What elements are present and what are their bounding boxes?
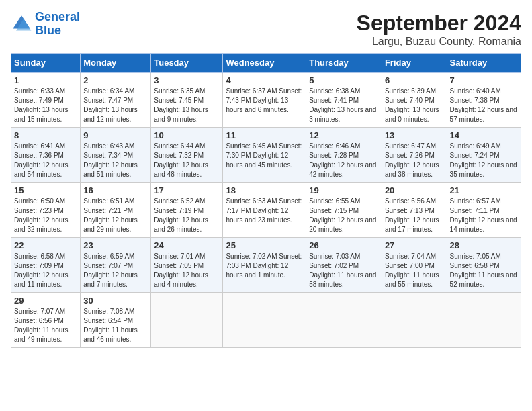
calendar-cell: 20Sunrise: 6:56 AM Sunset: 7:13 PM Dayli… (382, 183, 447, 238)
calendar-cell: 15Sunrise: 6:50 AM Sunset: 7:23 PM Dayli… (11, 183, 81, 238)
day-info: Sunrise: 6:41 AM Sunset: 7:36 PM Dayligh… (14, 142, 77, 179)
calendar-cell: 5Sunrise: 6:38 AM Sunset: 7:41 PM Daylig… (306, 73, 382, 128)
calendar-cell: 6Sunrise: 6:39 AM Sunset: 7:40 PM Daylig… (382, 73, 447, 128)
day-info: Sunrise: 7:07 AM Sunset: 6:56 PM Dayligh… (14, 307, 77, 345)
day-number: 11 (226, 130, 303, 140)
day-info: Sunrise: 6:56 AM Sunset: 7:13 PM Dayligh… (385, 197, 444, 234)
day-number: 13 (385, 130, 444, 140)
day-number: 10 (154, 130, 220, 140)
day-info: Sunrise: 7:05 AM Sunset: 6:58 PM Dayligh… (450, 252, 518, 289)
day-number: 29 (14, 295, 77, 306)
calendar-cell: 24Sunrise: 7:01 AM Sunset: 7:05 PM Dayli… (151, 238, 223, 293)
calendar-header-row: SundayMondayTuesdayWednesdayThursdayFrid… (11, 54, 521, 73)
calendar-cell: 10Sunrise: 6:44 AM Sunset: 7:32 PM Dayli… (151, 128, 223, 183)
calendar-body: 1Sunrise: 6:33 AM Sunset: 7:49 PM Daylig… (11, 73, 521, 348)
day-info: Sunrise: 6:50 AM Sunset: 7:23 PM Dayligh… (14, 197, 77, 234)
day-number: 25 (226, 240, 303, 250)
day-number: 26 (309, 240, 379, 250)
calendar-cell: 9Sunrise: 6:43 AM Sunset: 7:34 PM Daylig… (81, 128, 151, 183)
calendar-cell: 28Sunrise: 7:05 AM Sunset: 6:58 PM Dayli… (447, 238, 521, 293)
calendar-header-monday: Monday (81, 54, 151, 73)
calendar-cell (151, 293, 223, 348)
day-info: Sunrise: 6:39 AM Sunset: 7:40 PM Dayligh… (385, 87, 444, 124)
calendar-cell: 18Sunrise: 6:53 AM Sunset: 7:17 PM Dayli… (223, 183, 306, 238)
day-number: 12 (309, 130, 379, 140)
page-title: September 2024 (357, 11, 521, 36)
day-info: Sunrise: 6:47 AM Sunset: 7:26 PM Dayligh… (385, 142, 444, 179)
day-info: Sunrise: 6:37 AM Sunset: 7:43 PM Dayligh… (226, 87, 303, 115)
calendar-cell (306, 293, 382, 348)
calendar-cell: 2Sunrise: 6:34 AM Sunset: 7:47 PM Daylig… (81, 73, 151, 128)
calendar-cell: 14Sunrise: 6:49 AM Sunset: 7:24 PM Dayli… (447, 128, 521, 183)
calendar-cell: 19Sunrise: 6:55 AM Sunset: 7:15 PM Dayli… (306, 183, 382, 238)
calendar-week-4: 22Sunrise: 6:58 AM Sunset: 7:09 PM Dayli… (11, 238, 521, 293)
day-number: 27 (385, 240, 444, 250)
day-info: Sunrise: 6:44 AM Sunset: 7:32 PM Dayligh… (154, 142, 220, 179)
calendar-header-saturday: Saturday (447, 54, 521, 73)
calendar-cell: 11Sunrise: 6:45 AM Sunset: 7:30 PM Dayli… (223, 128, 306, 183)
calendar-cell: 27Sunrise: 7:04 AM Sunset: 7:00 PM Dayli… (382, 238, 447, 293)
calendar-cell (223, 293, 306, 348)
day-number: 30 (83, 295, 148, 306)
day-number: 9 (83, 130, 148, 140)
day-info: Sunrise: 6:52 AM Sunset: 7:19 PM Dayligh… (154, 197, 220, 234)
logo-line1: General (35, 10, 80, 24)
day-info: Sunrise: 6:57 AM Sunset: 7:11 PM Dayligh… (450, 197, 518, 234)
page-header: General Blue September 2024 Largu, Buzau… (11, 11, 521, 48)
calendar-cell: 13Sunrise: 6:47 AM Sunset: 7:26 PM Dayli… (382, 128, 447, 183)
calendar-cell: 23Sunrise: 6:59 AM Sunset: 7:07 PM Dayli… (81, 238, 151, 293)
calendar-header-tuesday: Tuesday (151, 54, 223, 73)
day-info: Sunrise: 7:02 AM Sunset: 7:03 PM Dayligh… (226, 252, 303, 280)
day-number: 24 (154, 240, 220, 250)
calendar-cell (382, 293, 447, 348)
day-info: Sunrise: 6:49 AM Sunset: 7:24 PM Dayligh… (450, 142, 518, 179)
page-subtitle: Largu, Buzau County, Romania (357, 36, 521, 48)
day-info: Sunrise: 6:35 AM Sunset: 7:45 PM Dayligh… (154, 87, 220, 124)
day-info: Sunrise: 6:45 AM Sunset: 7:30 PM Dayligh… (226, 142, 303, 170)
day-info: Sunrise: 6:34 AM Sunset: 7:47 PM Dayligh… (83, 87, 148, 124)
calendar-cell (447, 293, 521, 348)
day-number: 6 (385, 75, 444, 85)
logo: General Blue (11, 11, 80, 38)
calendar-cell: 4Sunrise: 6:37 AM Sunset: 7:43 PM Daylig… (223, 73, 306, 128)
calendar-cell: 25Sunrise: 7:02 AM Sunset: 7:03 PM Dayli… (223, 238, 306, 293)
calendar-header-friday: Friday (382, 54, 447, 73)
day-number: 3 (154, 75, 220, 85)
calendar-cell: 16Sunrise: 6:51 AM Sunset: 7:21 PM Dayli… (81, 183, 151, 238)
day-info: Sunrise: 6:46 AM Sunset: 7:28 PM Dayligh… (309, 142, 379, 179)
day-info: Sunrise: 6:58 AM Sunset: 7:09 PM Dayligh… (14, 252, 77, 289)
calendar-week-5: 29Sunrise: 7:07 AM Sunset: 6:56 PM Dayli… (11, 293, 521, 348)
day-number: 7 (450, 75, 518, 85)
day-info: Sunrise: 6:33 AM Sunset: 7:49 PM Dayligh… (14, 87, 77, 124)
day-info: Sunrise: 7:03 AM Sunset: 7:02 PM Dayligh… (309, 252, 379, 289)
calendar-header-thursday: Thursday (306, 54, 382, 73)
calendar-cell: 21Sunrise: 6:57 AM Sunset: 7:11 PM Dayli… (447, 183, 521, 238)
day-number: 21 (450, 185, 518, 195)
calendar-cell: 17Sunrise: 6:52 AM Sunset: 7:19 PM Dayli… (151, 183, 223, 238)
day-number: 14 (450, 130, 518, 140)
day-info: Sunrise: 6:38 AM Sunset: 7:41 PM Dayligh… (309, 87, 379, 124)
day-info: Sunrise: 6:55 AM Sunset: 7:15 PM Dayligh… (309, 197, 379, 234)
day-number: 22 (14, 240, 77, 250)
calendar-header-sunday: Sunday (11, 54, 81, 73)
day-number: 28 (450, 240, 518, 250)
calendar-cell: 22Sunrise: 6:58 AM Sunset: 7:09 PM Dayli… (11, 238, 81, 293)
day-number: 16 (83, 185, 148, 195)
day-number: 5 (309, 75, 379, 85)
day-number: 20 (385, 185, 444, 195)
calendar-cell: 7Sunrise: 6:40 AM Sunset: 7:38 PM Daylig… (447, 73, 521, 128)
day-info: Sunrise: 6:53 AM Sunset: 7:17 PM Dayligh… (226, 197, 303, 225)
calendar-week-2: 8Sunrise: 6:41 AM Sunset: 7:36 PM Daylig… (11, 128, 521, 183)
day-info: Sunrise: 6:40 AM Sunset: 7:38 PM Dayligh… (450, 87, 518, 124)
day-info: Sunrise: 6:51 AM Sunset: 7:21 PM Dayligh… (83, 197, 148, 234)
calendar-cell: 26Sunrise: 7:03 AM Sunset: 7:02 PM Dayli… (306, 238, 382, 293)
day-number: 23 (83, 240, 148, 250)
calendar-header-wednesday: Wednesday (223, 54, 306, 73)
calendar-cell: 3Sunrise: 6:35 AM Sunset: 7:45 PM Daylig… (151, 73, 223, 128)
logo-icon (11, 13, 32, 35)
title-block: September 2024 Largu, Buzau County, Roma… (357, 11, 521, 48)
calendar-table: SundayMondayTuesdayWednesdayThursdayFrid… (11, 53, 521, 348)
day-info: Sunrise: 7:08 AM Sunset: 6:54 PM Dayligh… (83, 307, 148, 345)
day-number: 1 (14, 75, 77, 85)
calendar-cell: 30Sunrise: 7:08 AM Sunset: 6:54 PM Dayli… (81, 293, 151, 348)
